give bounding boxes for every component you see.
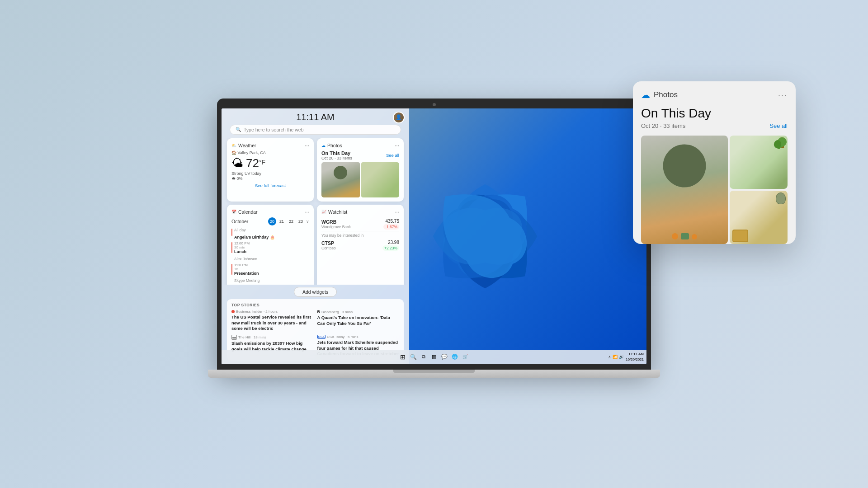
taskbar-edge[interactable]: 🌐: [450, 352, 460, 362]
photos-exp-see-all[interactable]: See all: [769, 122, 788, 129]
weather-temp: 72: [246, 156, 259, 170]
search-input[interactable]: Type here to search the web: [244, 127, 304, 132]
watchlist-widget: 📈 Watchlist ··· WGRB Woodgrove Bank: [317, 205, 404, 285]
photos-exp-title-row: ☁ Photos: [641, 89, 678, 100]
photos-exp-widget-title: Photos: [654, 90, 678, 99]
laptop-base: [208, 370, 660, 378]
cal-date-21[interactable]: 21: [278, 217, 286, 225]
taskbar-store[interactable]: 🛒: [460, 352, 470, 362]
weather-description: Strong UV today: [231, 171, 309, 176]
laptop-body: 👤 11:11 AM 🔍 Type here to search the web: [217, 99, 651, 390]
photos-thumb-grid: [321, 162, 399, 197]
laptop-screen-bezel: 👤 11:11 AM 🔍 Type here to search the web: [217, 99, 651, 370]
calendar-widget: 📅 Calendar ··· October 20 21 22: [227, 205, 314, 285]
cal-date-23[interactable]: 23: [297, 217, 305, 225]
photos-section-title: On This Day: [321, 150, 352, 156]
search-bar[interactable]: 🔍 Type here to search the web: [230, 125, 401, 135]
photos-cloud-icon: ☁: [321, 143, 326, 148]
laptop-base-notch: [393, 370, 475, 373]
weather-rain: 🌧 0%: [231, 176, 309, 181]
news-top-stories-label: TOP STORIES: [231, 303, 399, 307]
watchlist-more-button[interactable]: ···: [395, 209, 399, 215]
watchlist-widget-title: Watchlist: [328, 209, 347, 215]
time-display: 11:11 AM: [222, 108, 409, 125]
taskbar-teams[interactable]: 💬: [439, 352, 449, 362]
event-birthday[interactable]: All dayAngela's Birthday 🎂: [231, 228, 309, 240]
taskbar-search-button[interactable]: 🔍: [408, 352, 418, 362]
system-tray[interactable]: ∧ 📶 🔊: [608, 355, 624, 359]
start-button[interactable]: ⊞: [398, 352, 408, 362]
photos-exp-section-title: On This Day: [641, 107, 788, 121]
taskbar-task-view[interactable]: ⧉: [419, 352, 429, 362]
stock-wgrb[interactable]: WGRB Woodgrove Bank 435.75 -1.67%: [321, 217, 399, 231]
sun-icon: 🌤: [231, 156, 243, 170]
laptop-camera: [433, 103, 436, 106]
calendar-month: October: [231, 219, 248, 224]
weather-forecast-link[interactable]: See full forecast: [231, 183, 309, 188]
news-headline-2: A Quant's Take on Innovation: 'Data Can …: [317, 315, 400, 326]
calendar-icon: 📅: [231, 210, 236, 214]
weather-icon: ⛅: [231, 143, 236, 148]
cloud-icon: ☁: [641, 89, 650, 100]
search-icon: 🔍: [236, 127, 241, 132]
photo-thumb-1[interactable]: [321, 162, 360, 197]
weather-more-button[interactable]: ···: [305, 142, 309, 149]
taskbar-clock[interactable]: 11:11 AM 10/20/2021: [626, 352, 644, 361]
weather-widget: ⛅ Weather ··· 🏠 Valley Park, CA 🌤: [227, 138, 314, 202]
event-presentation[interactable]: 1:30 PM 1h Presentation Skype Meeting: [231, 263, 309, 284]
photos-exp-more-button[interactable]: ···: [778, 90, 788, 100]
widgets-panel: 👤 11:11 AM 🔍 Type here to search the web: [222, 108, 409, 364]
avatar[interactable]: 👤: [393, 112, 405, 123]
photos-exp-grid: [641, 136, 788, 244]
news-item-2[interactable]: B Bloomberg · 3 mins A Quant's Take on I…: [317, 310, 400, 331]
photos-more-button[interactable]: ···: [395, 142, 399, 149]
watchlist-interested: You may be interested in: [321, 233, 399, 238]
photos-date-info: Oct 20 · 33 items: [321, 156, 352, 160]
weather-location: 🏠 Valley Park, CA: [231, 150, 309, 155]
laptop-screen: 👤 11:11 AM 🔍 Type here to search the web: [222, 108, 646, 364]
cal-date-today[interactable]: 20: [268, 217, 276, 225]
taskbar-widgets[interactable]: ▦: [429, 352, 439, 362]
event-lunch[interactable]: 12:00 PM 30 min Lunch Alex Johnson: [231, 241, 309, 262]
widgets-grid: ⛅ Weather ··· 🏠 Valley Park, CA 🌤: [222, 138, 409, 285]
stock-ctsp[interactable]: CTSP Contoso 23.98 +2.23%: [321, 239, 399, 252]
photos-expanded-card: ☁ Photos ··· On This Day Oct 20 · 33 ite…: [633, 81, 796, 244]
news-item-1[interactable]: Business Insider · 2 hours The US Postal…: [231, 310, 314, 331]
cal-date-22[interactable]: 22: [287, 217, 295, 225]
photos-widget-title: Photos: [327, 143, 342, 148]
calendar-events: All dayAngela's Birthday 🎂 12:00 PM 30 m…: [231, 228, 309, 285]
taskbar: ⊞ 🔍 ⧉ ▦ 💬 🌐 🛒 ∧ 📶 🔊: [222, 350, 646, 364]
photo-top-right[interactable]: [730, 136, 788, 189]
photo-main[interactable]: [641, 136, 728, 244]
photo-thumb-2[interactable]: [361, 162, 400, 197]
photos-exp-date-items: Oct 20 · 33 items: [641, 122, 685, 129]
photo-bottom-right[interactable]: [730, 191, 788, 244]
watchlist-icon: 📈: [321, 210, 326, 214]
weather-widget-title: Weather: [238, 143, 256, 148]
calendar-more-button[interactable]: ···: [305, 209, 309, 215]
photos-widget-small: ☁ Photos ··· On This Day Oct 20 · 33 ite…: [317, 138, 404, 202]
photos-see-all[interactable]: See all: [386, 153, 399, 158]
news-headline-1: The US Postal Service revealed its first…: [231, 314, 314, 331]
add-widgets-button[interactable]: Add widgets: [294, 287, 337, 297]
calendar-widget-title: Calendar: [238, 209, 258, 215]
add-widgets-row: Add widgets: [222, 285, 409, 299]
